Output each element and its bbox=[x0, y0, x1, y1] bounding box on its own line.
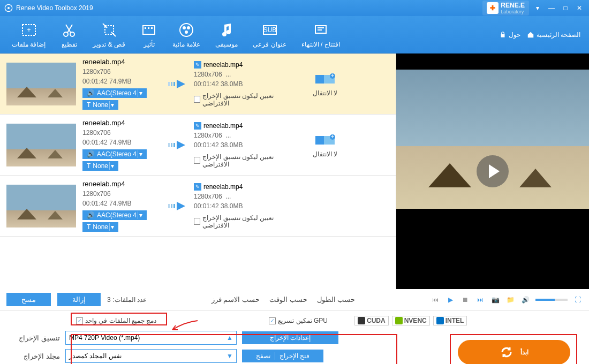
output-filename: reneelab.mp4 bbox=[203, 61, 243, 69]
svg-rect-23 bbox=[173, 82, 175, 86]
folder-button[interactable]: 📁 bbox=[505, 295, 515, 305]
tool-subtitle[interactable]: SUBعنوان فرعي bbox=[245, 18, 293, 51]
svg-rect-8 bbox=[145, 27, 146, 29]
file-list: reneelab.mp4 1280x706 00:01:42 74.9MB 🔊A… bbox=[0, 54, 396, 289]
svg-rect-28 bbox=[168, 143, 170, 147]
file-row[interactable]: reneelab.mp4 1280x706 00:01:42 74.9MB 🔊A… bbox=[0, 54, 396, 115]
svg-rect-30 bbox=[173, 143, 175, 147]
svg-rect-21 bbox=[168, 82, 170, 86]
nav-about[interactable]: حول bbox=[499, 31, 520, 39]
remove-button[interactable]: إزالة bbox=[57, 293, 101, 306]
minimize-button[interactable]: — bbox=[546, 3, 557, 13]
tool-cut[interactable]: تقطيع bbox=[53, 18, 85, 51]
snapshot-button[interactable]: 📷 bbox=[490, 295, 500, 305]
svg-rect-35 bbox=[168, 204, 170, 208]
controls-bar: مسح إزالة عدد الملفات: 3 حسب الاسم فرز ح… bbox=[0, 289, 589, 310]
title-bar: Renee Video Toolbox 2019 ✚ RENE.ELaborat… bbox=[0, 0, 589, 16]
maximize-button[interactable]: □ bbox=[560, 3, 571, 13]
highlight-box bbox=[71, 313, 167, 325]
sort-by-length[interactable]: حسب الطول bbox=[317, 295, 356, 304]
source-filename: reneelab.mp4 bbox=[82, 58, 162, 66]
audio-codec-button[interactable]: 🔊AAC(Stereo 4▾ bbox=[82, 210, 147, 220]
gpu-checkbox[interactable]: GPU تمكين تسريع bbox=[269, 317, 328, 324]
tool-intro-outro[interactable]: افتتاح / الانتهاء bbox=[294, 18, 348, 51]
player-controls: ⏮ ▶ ⏹ ⏭ 📷 📁 🔊 ⛶ bbox=[431, 295, 583, 305]
svg-point-12 bbox=[183, 26, 186, 29]
tool-effect[interactable]: تأثير bbox=[133, 18, 165, 51]
subtitle-button[interactable]: TNone▾ bbox=[82, 222, 118, 232]
svg-point-4 bbox=[64, 32, 68, 36]
sort-options: حسب الاسم فرز حسب الوقت حسب الطول bbox=[212, 295, 355, 304]
svg-point-13 bbox=[187, 26, 190, 29]
preview-panel bbox=[396, 54, 589, 289]
subtitle-button[interactable]: TNone▾ bbox=[82, 100, 118, 110]
nvenc-badge: NVENC bbox=[392, 316, 430, 325]
svg-rect-7 bbox=[143, 26, 155, 34]
svg-rect-29 bbox=[171, 143, 172, 147]
svg-rect-20 bbox=[501, 34, 504, 37]
svg-point-14 bbox=[185, 31, 188, 34]
arrow-right-icon bbox=[167, 139, 188, 151]
svg-rect-36 bbox=[171, 204, 172, 208]
svg-rect-37 bbox=[173, 204, 175, 208]
tool-add-files[interactable]: +إضافة ملفات bbox=[4, 18, 53, 51]
edit-icon[interactable]: ✎ bbox=[194, 183, 201, 191]
app-title: Renee Video Toolbox 2019 bbox=[16, 4, 93, 12]
file-row[interactable]: reneelab.mp41280x70600:01:42 74.9MB🔊AAC(… bbox=[0, 176, 396, 237]
annotation-arrow-icon bbox=[168, 318, 200, 334]
dropdown-icon[interactable]: ▾ bbox=[532, 3, 543, 13]
start-button[interactable]: ابدأ bbox=[458, 340, 570, 364]
file-row[interactable]: reneelab.mp41280x70600:01:42 74.9MB🔊AAC(… bbox=[0, 115, 396, 176]
volume-slider[interactable] bbox=[535, 299, 568, 301]
svg-rect-22 bbox=[171, 82, 172, 86]
prev-button[interactable]: ⏮ bbox=[431, 295, 440, 305]
nav-home[interactable]: الصفحة الرئيسية bbox=[527, 31, 580, 39]
tool-watermark[interactable]: علامة مائية bbox=[165, 18, 208, 51]
subtitle-button[interactable]: TNone▾ bbox=[82, 161, 118, 171]
refresh-icon bbox=[500, 346, 513, 359]
arrow-right-icon bbox=[167, 200, 188, 213]
svg-point-5 bbox=[70, 32, 74, 36]
svg-point-1 bbox=[7, 7, 10, 9]
play-button[interactable] bbox=[477, 155, 509, 187]
transition-icon[interactable]: + bbox=[314, 71, 336, 87]
highlight-box bbox=[71, 334, 397, 364]
tool-music[interactable]: موسيقى bbox=[208, 18, 245, 51]
edit-icon[interactable]: ✎ bbox=[194, 61, 201, 69]
bottom-panel: دمج جميع الملفات في واحد GPU تمكين تسريع… bbox=[0, 310, 589, 364]
svg-text:SUB: SUB bbox=[263, 26, 276, 34]
default-format-checkbox[interactable] bbox=[194, 218, 200, 225]
sort-by-time[interactable]: حسب الوقت bbox=[269, 295, 307, 304]
tool-crop-rotate[interactable]: قص & تدوير bbox=[85, 18, 133, 51]
app-icon bbox=[4, 4, 13, 12]
svg-text:+: + bbox=[330, 72, 334, 79]
play-control[interactable]: ▶ bbox=[445, 295, 455, 305]
brand-badge: ✚ RENE.ELaboratory bbox=[482, 1, 529, 16]
svg-rect-9 bbox=[148, 27, 149, 29]
svg-text:+: + bbox=[330, 133, 334, 140]
video-thumbnail bbox=[6, 185, 76, 228]
default-format-checkbox[interactable] bbox=[194, 157, 200, 164]
output-folder-label: مجلد الإخراج bbox=[6, 352, 60, 360]
close-button[interactable]: ✕ bbox=[574, 3, 585, 13]
transition-icon[interactable]: + bbox=[314, 132, 336, 148]
edit-icon[interactable]: ✎ bbox=[194, 122, 201, 130]
fullscreen-button[interactable]: ⛶ bbox=[573, 295, 583, 305]
stop-button[interactable]: ⏹ bbox=[460, 295, 470, 305]
next-button[interactable]: ⏭ bbox=[475, 295, 485, 305]
video-thumbnail bbox=[6, 124, 76, 166]
clear-button[interactable]: مسح bbox=[6, 293, 51, 306]
audio-codec-button[interactable]: 🔊AAC(Stereo 4▾ bbox=[82, 149, 147, 159]
brand-logo-icon: ✚ bbox=[487, 2, 499, 14]
intel-badge: INTEL bbox=[433, 316, 467, 325]
default-format-checkbox[interactable] bbox=[194, 96, 200, 103]
lock-icon bbox=[499, 31, 507, 39]
file-count: عدد الملفات: 3 bbox=[107, 295, 147, 304]
volume-icon[interactable]: 🔊 bbox=[520, 295, 530, 305]
svg-point-11 bbox=[180, 24, 193, 36]
cuda-badge: CUDA bbox=[354, 316, 389, 325]
video-thumbnail bbox=[6, 63, 76, 105]
audio-codec-button[interactable]: 🔊AAC(Stereo 4▾ bbox=[82, 88, 147, 98]
sort-by-name[interactable]: حسب الاسم فرز bbox=[212, 295, 260, 304]
main-toolbar: +إضافة ملفات تقطيع قص & تدوير تأثير علام… bbox=[0, 16, 589, 54]
